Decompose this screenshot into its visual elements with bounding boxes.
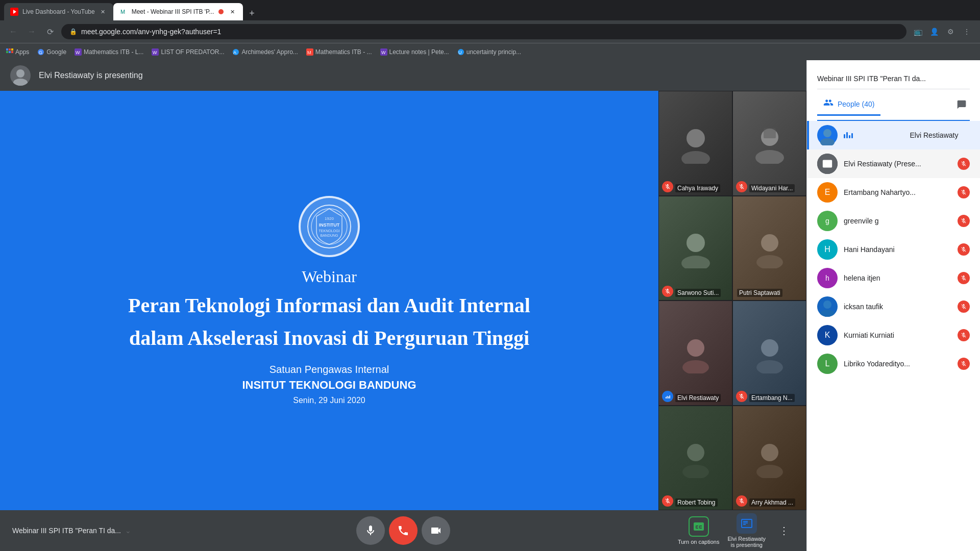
chat-icon-button[interactable] [953,96,970,113]
person-mute-icksan [958,300,970,313]
label-elvi: Elvi Restiawaty [675,394,721,402]
new-tab-button[interactable]: + [245,6,259,20]
video-row-2: Sarwono Suti... Putri Saptawati [658,196,806,301]
menu-button[interactable]: ⋮ [960,24,974,39]
sidebar-panel: Webinar III SPI ITB "Peran TI da... Peop… [806,60,980,551]
tab-meet[interactable]: M Meet - Webinar III SPI ITB 'P... ✕ [113,3,243,20]
label-sarwono: Sarwono Suti... [675,289,721,297]
person-mute-libriko [958,358,970,370]
presenter-info-label: Elvi Restiawaty is presenting [727,536,766,548]
person-item-ertambang: E Ertambang Nahartyo... [807,178,980,207]
speaking-elvi [662,391,673,402]
bookmark-mathitb2-label: Mathematics ITB - ... [315,48,372,56]
bookmark-mathitb1[interactable]: W Mathematics ITB - L... [75,48,143,56]
back-button[interactable]: ← [6,24,20,39]
person-item-elvi-main: Elvi Restiawaty [807,121,980,149]
svg-point-37 [687,234,705,252]
person-name-helena: helena itjen [844,274,951,282]
camera-button[interactable] [422,516,450,545]
svg-point-42 [682,360,709,373]
person-name-libriko: Libriko Yodaredityo... [844,360,951,368]
video-row-4: Robert Tobing Arry Akhmad ... [658,406,806,511]
person-name-elvi: Elvi Restiawaty [910,131,970,139]
meet-favicon: M [119,8,128,16]
cast-button[interactable]: 📺 [911,24,925,39]
video-row-3: Elvi Restiawaty Ertambang N... [658,300,806,406]
svg-text:U: U [458,50,462,55]
bottom-bar: Webinar III SPI ITB "Peran TI da... ⌄ [0,510,806,551]
tab-youtube[interactable]: Live Dashboard - YouTube ✕ [4,3,113,20]
person-mute-ertambang [958,186,970,198]
svg-text:M: M [307,50,311,55]
svg-rect-45 [668,396,669,398]
tab-meet-close[interactable]: ✕ [229,8,237,16]
slide-title-main: Webinar [128,267,530,286]
bookmark-google[interactable]: G Google [37,48,66,56]
svg-point-25 [13,79,28,86]
label-ertambang2: Ertambang N... [749,394,795,402]
video-thumbnails-panel: Cahya Irawady Widayani Har... [658,91,806,510]
end-call-button[interactable] [389,516,418,545]
profile-button[interactable]: 👤 [927,24,941,39]
svg-text:M: M [120,9,125,15]
sidebar-tab-actions [953,96,970,113]
mute-widayani [736,181,747,192]
presenter-status: Elvi Restiawaty is presenting [39,71,143,80]
captions-button[interactable]: Turn on captions [678,516,720,545]
slide-institute: INSITUT TEKNOLOGI BANDUNG [128,379,530,392]
slide-content: INSTITUT TEKNOLOGI BANDUNG 1920 Webinar … [108,176,551,425]
presenter-bar: Elvi Restiawaty is presenting [0,60,806,91]
bookmark-uncertainty-label: uncertainty princip... [467,48,521,56]
forward-button[interactable]: → [24,24,39,39]
bookmark-mathitb2[interactable]: M Mathematics ITB - ... [306,48,372,56]
people-list: Elvi Restiawaty Elvi Restiawaty (Prese..… [807,121,980,551]
mute-arry [736,495,747,507]
mute-ertambang2 [736,391,747,402]
presenter-info-button[interactable]: Elvi Restiawaty is presenting [727,513,766,548]
tab-youtube-close[interactable]: ✕ [99,8,107,16]
mute-robert [662,495,673,507]
svg-point-24 [16,69,24,78]
label-cahya: Cahya Irawady [675,184,720,192]
svg-text:A: A [233,50,236,55]
video-thumb-widayani: Widayani Har... [732,91,806,196]
bookmark-apps[interactable]: Apps [6,48,29,56]
person-mute-helena [958,272,970,284]
person-name-elvi-present: Elvi Restiawaty (Prese... [844,160,951,168]
label-arry: Arry Akhmad ... [749,498,795,507]
person-item-elvi-present: Elvi Restiawaty (Prese... [807,149,980,178]
svg-rect-6 [11,48,13,51]
svg-rect-46 [670,395,671,398]
bookmark-lecture[interactable]: W Lecture notes | Pete... [380,48,449,56]
svg-point-54 [820,138,835,145]
extensions-button[interactable]: ⚙ [943,24,958,39]
mic-button[interactable] [356,516,385,545]
video-thumb-elvi: Elvi Restiawaty [658,300,732,406]
browser-chrome: Live Dashboard - YouTube ✕ M Meet - Webi… [0,0,980,60]
svg-point-41 [687,339,704,357]
svg-text:INSTITUT: INSTITUT [319,222,340,228]
bookmark-lecture-label: Lecture notes | Pete... [389,48,449,56]
bookmark-apps-label: Apps [15,48,29,56]
svg-text:W: W [381,50,386,55]
slide-title-line2: dalam Akselerasi Inovasi di Perguruan Ti… [128,325,530,352]
address-bar[interactable]: 🔒 meet.google.com/anv-ynhg-gek?authuser=… [61,24,906,39]
bookmark-archimedes-label: Archimedes' Appro... [241,48,298,56]
person-mute-kurniati [958,329,970,341]
slide-org: Satuan Pengawas Internal [128,364,530,375]
reload-button[interactable]: ⟳ [43,24,57,39]
person-avatar-helena: h [817,268,838,288]
svg-text:W: W [76,50,80,55]
bookmark-uncertainty[interactable]: U uncertainty princip... [457,48,521,56]
more-options-button[interactable]: ⋮ [774,520,794,541]
tab-people[interactable]: People (40) [817,93,880,116]
svg-point-35 [755,150,784,164]
bookmark-archimedes[interactable]: A Archimedes' Appro... [232,48,298,56]
chevron-down-icon[interactable]: ⌄ [125,527,131,535]
person-avatar-ertambang: E [817,182,838,203]
webinar-title-header: Webinar III SPI ITB "Peran TI da... [817,68,970,89]
bookmark-predator[interactable]: W LIST OF PREDATOR... [152,48,224,56]
main-content: Elvi Restiawaty is presenting INSTIT [0,60,806,551]
video-thumb-sarwono: Sarwono Suti... [658,196,732,301]
sidebar-tabs-bar: People (40) [817,89,970,121]
